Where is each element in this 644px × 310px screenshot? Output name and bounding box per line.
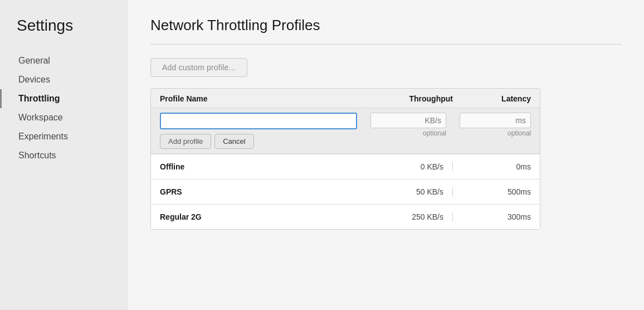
sidebar-item-shortcuts[interactable]: Shortcuts [0, 146, 128, 165]
page-title: Network Throttling Profiles [150, 17, 622, 34]
sidebar-nav: General Devices Throttling Workspace Exp… [0, 51, 128, 165]
row-latency-regular2g: 300ms [453, 212, 531, 221]
main-content: Network Throttling Profiles Add custom p… [128, 0, 644, 310]
table-row: Regular 2G 250 KB/s 300ms [151, 204, 540, 229]
sidebar-item-workspace[interactable]: Workspace [0, 108, 128, 127]
sidebar-item-experiments[interactable]: Experiments [0, 127, 128, 146]
sidebar: Settings General Devices Throttling Work… [0, 0, 128, 310]
settings-title: Settings [0, 17, 128, 51]
row-throughput-regular2g: 250 KB/s [364, 212, 453, 221]
action-buttons: Add profile Cancel [160, 134, 357, 149]
throughput-input[interactable] [370, 113, 446, 128]
profile-name-col: Add profile Cancel [160, 113, 364, 149]
sidebar-item-general[interactable]: General [0, 51, 128, 70]
throughput-optional: optional [370, 129, 446, 137]
throughput-col: optional [364, 113, 453, 137]
row-name-offline: Offline [160, 162, 364, 171]
sidebar-item-throttling[interactable]: Throttling [0, 89, 128, 108]
table-row: GPRS 50 KB/s 500ms [151, 179, 540, 204]
header-throughput: Throughput [364, 94, 453, 103]
row-name-regular2g: Regular 2G [160, 212, 364, 221]
row-latency-gprs: 500ms [453, 187, 531, 196]
profile-name-input[interactable] [160, 113, 357, 129]
sidebar-item-devices[interactable]: Devices [0, 70, 128, 89]
row-latency-offline: 0ms [453, 162, 531, 171]
header-latency: Latency [453, 94, 531, 103]
header-profile-name: Profile Name [160, 94, 364, 103]
profiles-table: Profile Name Throughput Latency Add prof… [150, 88, 540, 230]
table-row: Offline 0 KB/s 0ms [151, 154, 540, 179]
cancel-button[interactable]: Cancel [214, 134, 253, 149]
latency-optional: optional [460, 129, 531, 137]
table-header: Profile Name Throughput Latency [151, 89, 540, 108]
divider [150, 44, 622, 45]
row-throughput-gprs: 50 KB/s [364, 187, 453, 196]
add-profile-row: Add profile Cancel optional optional [151, 108, 540, 154]
row-throughput-offline: 0 KB/s [364, 162, 453, 171]
latency-col: optional [453, 113, 531, 137]
latency-input[interactable] [460, 113, 531, 128]
row-name-gprs: GPRS [160, 187, 364, 196]
add-profile-button[interactable]: Add profile [160, 134, 211, 149]
add-custom-profile-button[interactable]: Add custom profile... [150, 58, 247, 77]
